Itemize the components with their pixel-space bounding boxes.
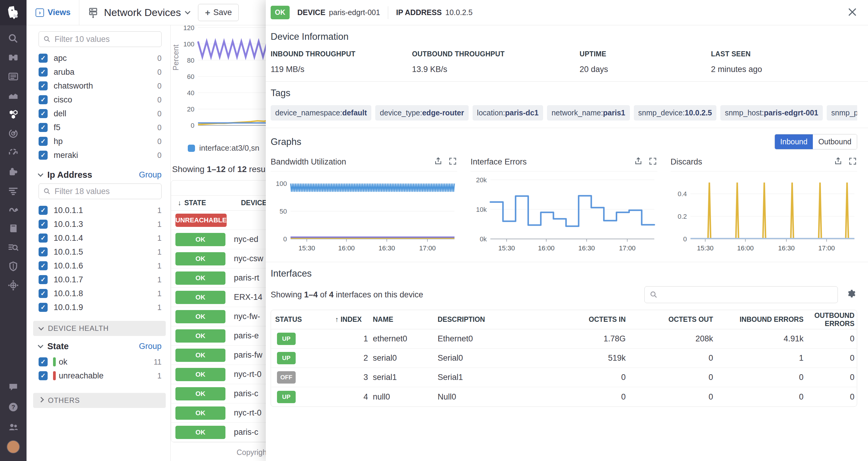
integrations-icon[interactable] (0, 162, 27, 181)
checkbox-checked[interactable]: ✓ (38, 275, 48, 284)
interface-row[interactable]: UP 1 ethernet0 Ethernet0 1.78G 208k 4.91… (271, 329, 857, 348)
ci-pipelines-icon[interactable] (0, 200, 27, 219)
tag-pill[interactable]: snmp_host:paris-edgrt-001 (720, 105, 823, 121)
description-column-header[interactable]: DESCRIPTION (435, 315, 535, 324)
organization-icon[interactable] (0, 417, 27, 437)
tag-pill[interactable]: snmp_device:10.0.2.5 (634, 105, 717, 121)
status-column-header[interactable]: STATUS (271, 315, 333, 324)
octets-in-column-header[interactable]: OCTETS IN (535, 315, 628, 324)
vendor-filter-item[interactable]: ✓ hp 0 (33, 134, 166, 148)
checkbox-checked[interactable]: ✓ (38, 289, 48, 298)
search-icon[interactable] (0, 29, 27, 48)
interface-row[interactable]: UP 2 serial0 Serial0 519k 0 1 0 (271, 348, 857, 368)
discards-chart-svg[interactable]: 00.20.415:3016:0016:3017:00 (671, 172, 858, 253)
state-column-header[interactable]: STATE (184, 199, 206, 207)
ip-filter-item[interactable]: ✓ 10.0.1.5 1 (33, 245, 166, 259)
vendor-filter-item[interactable]: ✓ aruba 0 (33, 65, 166, 79)
device-column-header[interactable]: DEVICE (241, 199, 266, 207)
checkbox-checked[interactable]: ✓ (38, 220, 48, 229)
checkbox-checked[interactable]: ✓ (38, 234, 48, 243)
device-table-row[interactable]: OK ERX-14 (171, 288, 266, 307)
outbound-errors-column-header[interactable]: OUTBOUND ERRORS (806, 312, 857, 328)
ip-filter-input[interactable]: Filter 18 values (38, 184, 161, 199)
device-table-row[interactable]: OK nyc-rt-0 (171, 365, 266, 384)
checkbox-checked[interactable]: ✓ (38, 123, 48, 132)
table-settings-gear-icon[interactable] (846, 289, 857, 301)
state-filter-item[interactable]: ✓ unreachable 1 (33, 369, 166, 383)
checkbox-checked[interactable]: ✓ (38, 371, 48, 380)
checkbox-checked[interactable]: ✓ (38, 54, 48, 63)
datadog-logo[interactable] (0, 0, 27, 25)
checkbox-checked[interactable]: ✓ (38, 206, 48, 215)
page-title-dropdown[interactable]: Network Devices (79, 7, 190, 19)
metrics-icon[interactable] (0, 86, 27, 105)
vendor-filter-item[interactable]: ✓ apc 0 (33, 51, 166, 65)
infrastructure-icon[interactable] (0, 105, 27, 124)
device-table-row[interactable]: OK nyc-rt-0 (171, 403, 266, 423)
checkbox-checked[interactable]: ✓ (38, 261, 48, 270)
device-table-row[interactable]: OK paris-e (171, 326, 266, 346)
save-button[interactable]: + Save (198, 4, 239, 21)
device-health-section-header[interactable]: DEVICE HEALTH (33, 321, 166, 336)
tag-pill[interactable]: device_namespace:default (271, 105, 371, 121)
help-icon[interactable]: ? (0, 397, 27, 417)
outbound-toggle-button[interactable]: Outbound (813, 134, 857, 149)
feedback-icon[interactable] (0, 377, 27, 397)
ip-facet-header[interactable]: Ip Address Group (38, 170, 161, 180)
device-table-row[interactable]: OK paris-c (171, 423, 266, 442)
sort-desc-icon[interactable]: ↓ (178, 199, 181, 207)
checkbox-checked[interactable]: ✓ (38, 247, 48, 256)
watchdog-icon[interactable] (0, 48, 27, 67)
tag-pill[interactable]: network_name:paris1 (547, 105, 630, 121)
device-table-row[interactable]: OK paris-fw (171, 346, 266, 365)
user-avatar[interactable] (0, 437, 27, 457)
checkbox-checked[interactable]: ✓ (38, 95, 48, 104)
inbound-errors-column-header[interactable]: INBOUND ERRORS (715, 315, 806, 324)
vendor-filter-input[interactable]: Filter 10 values (38, 31, 161, 47)
ip-filter-item[interactable]: ✓ 10.0.1.3 1 (33, 217, 166, 231)
device-table-row[interactable]: OK paris-rt (171, 269, 266, 288)
ip-filter-item[interactable]: ✓ 10.0.1.8 1 (33, 286, 166, 300)
tag-pill[interactable]: location:paris-dc1 (472, 105, 543, 121)
device-table-row[interactable]: OK nyc-ed (171, 230, 266, 249)
inbound-toggle-button[interactable]: Inbound (775, 134, 813, 149)
index-column-header[interactable]: ↑ INDEX (333, 315, 370, 324)
checkbox-checked[interactable]: ✓ (38, 81, 48, 90)
vendor-filter-item[interactable]: ✓ meraki 0 (33, 148, 166, 162)
checkbox-checked[interactable]: ✓ (38, 137, 48, 146)
others-section-header[interactable]: OTHERS (33, 393, 166, 408)
vendor-filter-item[interactable]: ✓ cisco 0 (33, 93, 166, 107)
ip-group-link[interactable]: Group (139, 170, 161, 180)
logs-icon[interactable] (0, 181, 27, 200)
checkbox-checked[interactable]: ✓ (38, 151, 48, 160)
export-icon[interactable] (434, 157, 443, 167)
utilization-chart-svg[interactable]: 02040608010012015:30 (181, 25, 266, 138)
ip-filter-item[interactable]: ✓ 10.0.1.6 1 (33, 259, 166, 273)
device-table-row[interactable]: UNREACHABLE (171, 211, 266, 230)
ip-filter-item[interactable]: ✓ 10.0.1.1 1 (33, 204, 166, 217)
state-group-link[interactable]: Group (139, 342, 161, 351)
state-facet-header[interactable]: State Group (38, 341, 161, 351)
interface-row[interactable]: OFF 3 serial1 Serial1 0 0 0 0 (271, 368, 857, 387)
network-map-icon[interactable] (0, 276, 27, 295)
expand-icon[interactable] (648, 157, 657, 167)
tag-pill[interactable]: snmp_profile:gener… (827, 105, 857, 121)
monitors-icon[interactable] (0, 124, 27, 143)
device-table-row[interactable]: OK nyc-fw- (171, 307, 266, 326)
tag-pill[interactable]: device_type:edge-router (375, 105, 468, 121)
interface-row[interactable]: UP 4 null0 Null0 0 0 0 0 (271, 387, 857, 406)
export-icon[interactable] (834, 157, 843, 167)
checkbox-checked[interactable]: ✓ (38, 357, 48, 366)
vendor-filter-item[interactable]: ✓ f5 0 (33, 121, 166, 134)
expand-icon[interactable] (448, 157, 457, 167)
device-table-row[interactable]: OK paris-c (171, 384, 266, 403)
export-icon[interactable] (634, 157, 643, 167)
device-table-row[interactable]: OK nyc-csw (171, 249, 266, 269)
checkbox-checked[interactable]: ✓ (38, 303, 48, 312)
interfaces-search-input[interactable] (644, 286, 838, 303)
ip-filter-item[interactable]: ✓ 10.0.1.4 1 (33, 231, 166, 245)
close-icon[interactable] (847, 7, 858, 19)
log-search-icon[interactable] (0, 238, 27, 257)
views-button[interactable]: › Views (27, 0, 79, 25)
name-column-header[interactable]: NAME (370, 315, 435, 324)
